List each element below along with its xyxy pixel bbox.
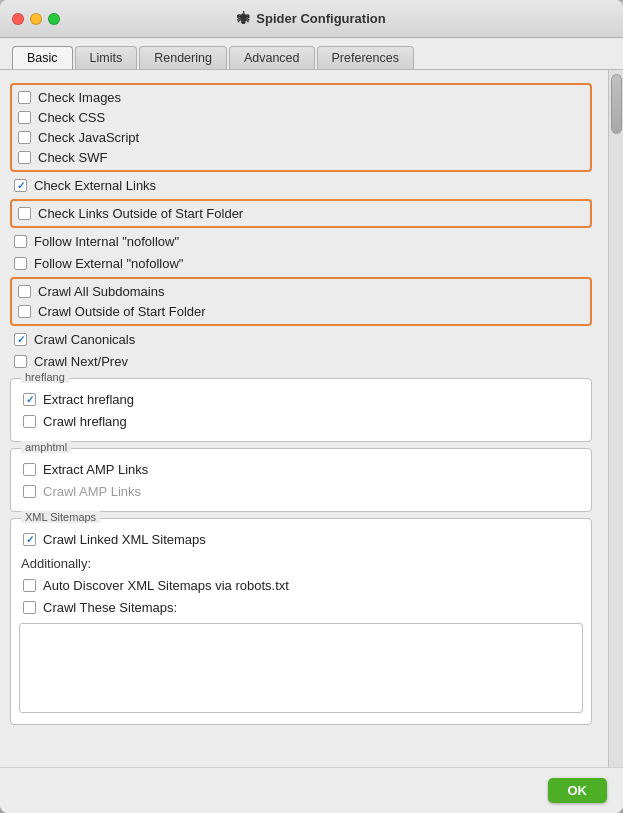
scroll-area[interactable]: Check Images Check CSS Check JavaScript … xyxy=(0,70,608,767)
follow-internal-nofollow-checkbox[interactable] xyxy=(14,235,27,248)
tab-advanced[interactable]: Advanced xyxy=(229,46,315,69)
extract-amp-links-row: Extract AMP Links xyxy=(19,459,583,480)
follow-external-nofollow-label: Follow External "nofollow" xyxy=(34,256,183,271)
scrollbar-thumb[interactable] xyxy=(611,74,622,134)
follow-external-nofollow-checkbox[interactable] xyxy=(14,257,27,270)
check-css-row: Check CSS xyxy=(16,108,586,127)
crawl-all-subdomains-row: Crawl All Subdomains xyxy=(16,282,586,301)
check-external-links-checkbox[interactable] xyxy=(14,179,27,192)
main-window: 🕷 Spider Configuration Basic Limits Rend… xyxy=(0,0,623,813)
tab-bar: Basic Limits Rendering Advanced Preferen… xyxy=(0,38,623,70)
crawl-all-subdomains-checkbox[interactable] xyxy=(18,285,31,298)
auto-discover-xml-label: Auto Discover XML Sitemaps via robots.tx… xyxy=(43,578,289,593)
traffic-lights xyxy=(12,13,60,25)
crawl-amp-links-row: Crawl AMP Links xyxy=(19,481,583,502)
check-images-label: Check Images xyxy=(38,90,121,105)
check-links-outside-checkbox[interactable] xyxy=(18,207,31,220)
xml-sitemaps-section-label: XML Sitemaps xyxy=(21,511,100,523)
crawl-these-sitemaps-label: Crawl These Sitemaps: xyxy=(43,600,177,615)
check-css-checkbox[interactable] xyxy=(18,111,31,124)
footer: OK xyxy=(0,767,623,813)
ok-button[interactable]: OK xyxy=(548,778,608,803)
additionally-label: Additionally: xyxy=(21,556,583,571)
extract-amp-links-checkbox[interactable] xyxy=(23,463,36,476)
main-content: Check Images Check CSS Check JavaScript … xyxy=(0,70,623,767)
extract-hreflang-checkbox[interactable] xyxy=(23,393,36,406)
crawl-outside-start-row: Crawl Outside of Start Folder xyxy=(16,302,586,321)
crawl-amp-links-checkbox[interactable] xyxy=(23,485,36,498)
extract-amp-links-label: Extract AMP Links xyxy=(43,462,148,477)
extract-hreflang-row: Extract hreflang xyxy=(19,389,583,410)
crawl-next-prev-row: Crawl Next/Prev xyxy=(10,351,592,372)
check-javascript-checkbox[interactable] xyxy=(18,131,31,144)
crawl-canonicals-row: Crawl Canonicals xyxy=(10,329,592,350)
check-swf-checkbox[interactable] xyxy=(18,151,31,164)
crawl-next-prev-label: Crawl Next/Prev xyxy=(34,354,128,369)
hreflang-section: hreflang Extract hreflang Crawl hreflang xyxy=(10,378,592,442)
crawl-hreflang-row: Crawl hreflang xyxy=(19,411,583,432)
close-button[interactable] xyxy=(12,13,24,25)
check-javascript-label: Check JavaScript xyxy=(38,130,139,145)
follow-external-nofollow-row: Follow External "nofollow" xyxy=(10,253,592,274)
crawl-canonicals-label: Crawl Canonicals xyxy=(34,332,135,347)
amphtml-section: amphtml Extract AMP Links Crawl AMP Link… xyxy=(10,448,592,512)
hreflang-section-label: hreflang xyxy=(21,371,69,383)
crawl-outside-start-label: Crawl Outside of Start Folder xyxy=(38,304,206,319)
crawl-these-sitemaps-row: Crawl These Sitemaps: xyxy=(19,597,583,618)
hreflang-content: Extract hreflang Crawl hreflang xyxy=(19,389,583,432)
tab-limits[interactable]: Limits xyxy=(75,46,138,69)
spider-icon: 🕷 xyxy=(237,11,250,26)
check-links-outside-row: Check Links Outside of Start Folder xyxy=(16,204,586,223)
auto-discover-xml-row: Auto Discover XML Sitemaps via robots.tx… xyxy=(19,575,583,596)
crawl-next-prev-checkbox[interactable] xyxy=(14,355,27,368)
crawl-these-sitemaps-checkbox[interactable] xyxy=(23,601,36,614)
crawl-all-subdomains-label: Crawl All Subdomains xyxy=(38,284,164,299)
check-swf-row: Check SWF xyxy=(16,148,586,167)
follow-internal-nofollow-label: Follow Internal "nofollow" xyxy=(34,234,179,249)
check-resources-group: Check Images Check CSS Check JavaScript … xyxy=(10,83,592,172)
amphtml-content: Extract AMP Links Crawl AMP Links xyxy=(19,459,583,502)
check-images-row: Check Images xyxy=(16,88,586,107)
check-links-outside-label: Check Links Outside of Start Folder xyxy=(38,206,243,221)
crawl-amp-links-label: Crawl AMP Links xyxy=(43,484,141,499)
maximize-button[interactable] xyxy=(48,13,60,25)
crawl-canonicals-checkbox[interactable] xyxy=(14,333,27,346)
crawl-subdomains-group: Crawl All Subdomains Crawl Outside of St… xyxy=(10,277,592,326)
crawl-hreflang-label: Crawl hreflang xyxy=(43,414,127,429)
crawl-hreflang-checkbox[interactable] xyxy=(23,415,36,428)
follow-internal-nofollow-row: Follow Internal "nofollow" xyxy=(10,231,592,252)
crawl-outside-start-checkbox[interactable] xyxy=(18,305,31,318)
extract-hreflang-label: Extract hreflang xyxy=(43,392,134,407)
amphtml-section-label: amphtml xyxy=(21,441,71,453)
check-swf-label: Check SWF xyxy=(38,150,107,165)
scrollbar-track[interactable] xyxy=(608,70,623,767)
crawl-linked-xml-row: Crawl Linked XML Sitemaps xyxy=(19,529,583,550)
tab-basic[interactable]: Basic xyxy=(12,46,73,69)
check-css-label: Check CSS xyxy=(38,110,105,125)
check-images-checkbox[interactable] xyxy=(18,91,31,104)
crawl-linked-xml-checkbox[interactable] xyxy=(23,533,36,546)
check-external-links-row: Check External Links xyxy=(10,175,592,196)
crawl-linked-xml-label: Crawl Linked XML Sitemaps xyxy=(43,532,206,547)
titlebar: 🕷 Spider Configuration xyxy=(0,0,623,38)
sitemaps-textarea[interactable] xyxy=(19,623,583,713)
tab-rendering[interactable]: Rendering xyxy=(139,46,227,69)
check-external-links-label: Check External Links xyxy=(34,178,156,193)
check-javascript-row: Check JavaScript xyxy=(16,128,586,147)
auto-discover-xml-checkbox[interactable] xyxy=(23,579,36,592)
xml-sitemaps-content: Crawl Linked XML Sitemaps Additionally: … xyxy=(19,529,583,716)
minimize-button[interactable] xyxy=(30,13,42,25)
check-links-outside-group: Check Links Outside of Start Folder xyxy=(10,199,592,228)
xml-sitemaps-section: XML Sitemaps Crawl Linked XML Sitemaps A… xyxy=(10,518,592,725)
tab-preferences[interactable]: Preferences xyxy=(317,46,414,69)
window-title: 🕷 Spider Configuration xyxy=(237,11,385,26)
